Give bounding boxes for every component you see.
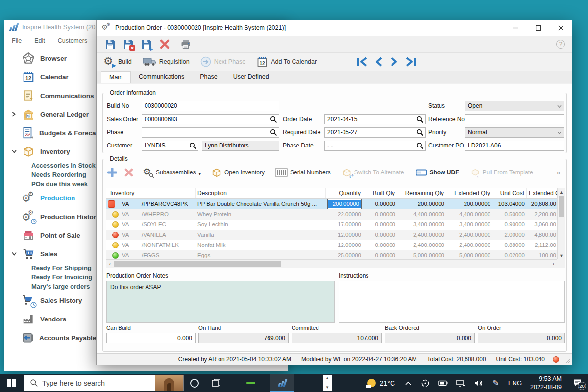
required-date-field[interactable]: 2021-05-27: [324, 127, 426, 138]
build-button[interactable]: ⚙ ▶ Build: [103, 56, 132, 68]
table-row[interactable]: VA/VANILLAVanilla12.000000.000002,400.00…: [106, 230, 565, 240]
table-row[interactable]: VA/WHEPROWhey Protein22.000000.000004,40…: [106, 209, 565, 220]
sidebar-item-marys-large-orders[interactable]: Mary's large orders: [4, 282, 96, 291]
search-icon[interactable]: [416, 116, 424, 123]
build-no-field[interactable]: 0030000020: [142, 101, 279, 111]
taskbar-scroll-control[interactable]: ▲ ▼: [323, 375, 332, 391]
sidebar-item-accounts-payable[interactable]: Accounts Payable: [4, 328, 96, 347]
search-icon[interactable]: [189, 142, 196, 149]
pen-icon[interactable]: ✎: [487, 374, 505, 392]
table-row[interactable]: VA/PPBARCVC48PKPP Bar Double Chocolate V…: [106, 199, 565, 209]
next-record-icon[interactable]: [390, 56, 398, 67]
cortana-icon[interactable]: [184, 374, 205, 392]
sidebar-item-accessories-in-stock[interactable]: Accessories In Stock: [4, 161, 96, 170]
sidebar-item-production-history[interactable]: ⚙⚙ Production History: [4, 207, 96, 226]
toolbar-overflow-icon[interactable]: »: [557, 169, 560, 176]
sidebar-item-browser[interactable]: Browser: [4, 49, 96, 68]
print-icon[interactable]: [180, 38, 192, 50]
language-indicator[interactable]: ENG: [505, 374, 525, 392]
scroll-right-icon[interactable]: ›: [550, 260, 557, 268]
grid-vertical-scrollbar[interactable]: ▲ ▼: [557, 188, 565, 259]
menu-file[interactable]: File: [12, 37, 22, 44]
show-udf-button[interactable]: Show UDF: [416, 169, 459, 176]
chevron-right-icon[interactable]: [12, 112, 16, 117]
status-dropdown[interactable]: Open: [465, 101, 564, 111]
column-header-quantity[interactable]: Quantity: [326, 188, 363, 198]
customer-code-field[interactable]: LYNDIS: [142, 141, 198, 151]
last-record-icon[interactable]: [405, 56, 416, 67]
requisition-button[interactable]: Requisition: [143, 56, 190, 67]
phase-date-field[interactable]: - -: [324, 141, 426, 151]
scroll-down-icon[interactable]: ▼: [325, 386, 329, 390]
sidebar-item-pos-due-this-week[interactable]: POs due this week: [4, 179, 96, 189]
sidebar-item-sales-history[interactable]: Sales History: [4, 291, 96, 310]
table-row[interactable]: VA/SOYLECSoy Lecithin17.000000.000003,40…: [106, 220, 565, 230]
resize-grip[interactable]: [565, 358, 570, 363]
start-button[interactable]: [0, 374, 24, 392]
table-row[interactable]: VA/EGGSEggs25.000000.000005,000.000005,0…: [106, 250, 565, 260]
open-inventory-button[interactable]: Open Inventory: [211, 167, 265, 178]
network-icon[interactable]: [452, 374, 469, 392]
show-hidden-icons-button[interactable]: [400, 374, 416, 392]
tab-user-defined[interactable]: User Defined: [225, 72, 277, 83]
clock[interactable]: 9:53 AM 2022-08-09: [525, 375, 566, 391]
search-highlight-image[interactable]: ✦: [155, 375, 183, 391]
add-to-calendar-button[interactable]: 12 Add To Calendar: [256, 56, 317, 68]
taskbar-app-green[interactable]: [239, 374, 263, 392]
save-icon[interactable]: [104, 38, 116, 50]
remove-line-icon[interactable]: [124, 168, 133, 177]
quantity-edit-cell[interactable]: 200.00000: [328, 199, 361, 209]
save-new-icon[interactable]: +: [141, 38, 152, 50]
scroll-up-icon[interactable]: ▲: [558, 188, 565, 196]
tab-communications[interactable]: Communications: [131, 72, 192, 83]
weather-widget[interactable]: 21°C: [363, 379, 400, 387]
sidebar-item-production[interactable]: ⚙⚙ Production: [4, 189, 96, 207]
close-button[interactable]: [549, 20, 572, 36]
column-header-unit-cost[interactable]: Unit Cost: [492, 188, 527, 198]
search-input[interactable]: Type here to search ✦: [24, 375, 184, 391]
menu-edit[interactable]: Edit: [34, 37, 45, 44]
add-line-icon[interactable]: [107, 168, 117, 177]
customer-po-field[interactable]: LD2021-A06: [465, 141, 564, 151]
phase-field[interactable]: [142, 127, 279, 138]
first-record-icon[interactable]: [356, 56, 368, 67]
search-icon[interactable]: [416, 129, 424, 136]
chevron-down-icon[interactable]: [12, 252, 17, 256]
table-row[interactable]: VA/NONFATMILKNonfat Milk12.000000.000002…: [106, 240, 565, 250]
help-icon[interactable]: ?: [556, 40, 565, 49]
notification-center-button[interactable]: 20: [566, 374, 588, 392]
sidebar-item-calendar[interactable]: 12 Calendar: [4, 68, 96, 86]
search-icon[interactable]: [416, 142, 424, 149]
switch-to-alternate-button[interactable]: ⇄ Switch To Alternate: [342, 168, 404, 177]
scrollbar-thumb[interactable]: [559, 196, 564, 217]
sidebar-item-budgets-forecasts[interactable]: Budgets & Forecasts: [4, 123, 96, 142]
sidebar-item-vendors[interactable]: Vendors: [4, 310, 96, 328]
sidebar-item-point-of-sale[interactable]: Point of Sale: [4, 226, 96, 245]
grid-horizontal-scrollbar[interactable]: ‹ ›: [106, 259, 557, 268]
production-order-notes-input[interactable]: Do this order ASAP: [106, 281, 335, 323]
sidebar-item-inventory[interactable]: Inventory: [4, 142, 96, 161]
scroll-up-icon[interactable]: ▲: [325, 376, 329, 380]
tab-main[interactable]: Main: [101, 71, 131, 83]
volume-icon[interactable]: [469, 374, 487, 392]
previous-record-icon[interactable]: [374, 56, 383, 67]
meet-now-icon[interactable]: [416, 374, 434, 392]
column-header-extended-qty[interactable]: Extended Qty: [446, 188, 492, 198]
taskbar-app-spire[interactable]: [270, 374, 294, 392]
order-date-field[interactable]: 2021-04-15: [324, 114, 426, 124]
chevron-down-icon[interactable]: [12, 149, 17, 153]
priority-dropdown[interactable]: Normal: [465, 127, 564, 138]
minimize-button[interactable]: [504, 20, 527, 36]
pull-from-template-button[interactable]: ← Pull From Template: [470, 169, 533, 176]
serial-numbers-button[interactable]: Serial Numbers: [275, 168, 331, 177]
sidebar-item-needs-reordering[interactable]: Needs Reordering: [4, 170, 96, 179]
sidebar-item-general-ledger[interactable]: $ General Ledger: [4, 105, 96, 123]
scroll-left-icon[interactable]: ‹: [106, 260, 114, 268]
battery-icon[interactable]: [434, 374, 452, 392]
menu-customers[interactable]: Customers: [58, 37, 87, 44]
scroll-down-icon[interactable]: ▼: [558, 252, 565, 259]
search-icon[interactable]: [270, 116, 277, 123]
task-view-icon[interactable]: [205, 374, 227, 392]
sidebar-item-communications[interactable]: Communications: [4, 86, 96, 105]
maximize-button[interactable]: [527, 20, 549, 36]
